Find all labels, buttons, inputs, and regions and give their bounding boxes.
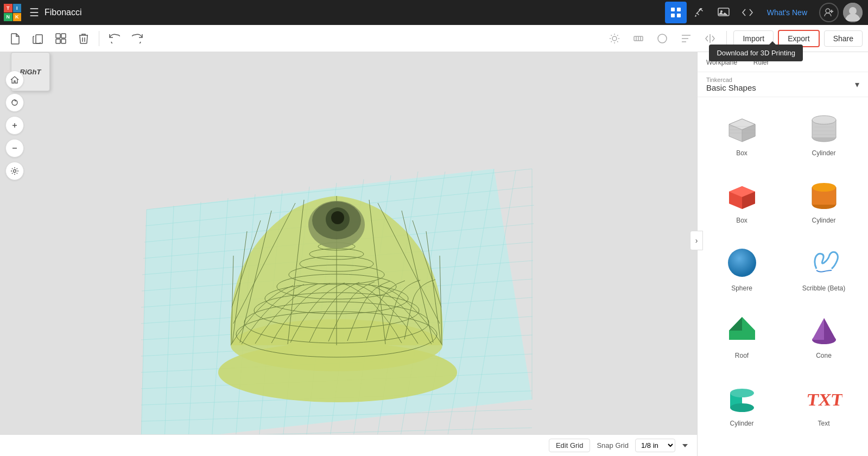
app-logo[interactable]: T I N K [0,0,25,25]
svg-rect-11 [36,35,42,43]
edit-grid-button[interactable]: Edit Grid [549,439,591,452]
shape-icon-partial-cylinder [723,378,762,417]
shape-icon-text: TXT [804,378,844,417]
add-user-button[interactable] [819,3,839,22]
svg-rect-1 [677,8,681,11]
align-button[interactable] [676,29,696,48]
code-button[interactable] [737,2,758,23]
shape-cylinder-gray[interactable]: Cylinder [786,104,861,164]
shape-label-cylinder-orange: Cylinder [812,217,835,224]
snap-button[interactable] [629,29,648,48]
shape-label-sphere-blue: Sphere [731,284,752,292]
tooltip-text: Download for 3D Printing [717,49,795,57]
shape-box-red[interactable]: Box [704,171,780,232]
zoom-in-button[interactable] [5,116,24,135]
project-title[interactable]: Fibonacci [45,8,81,17]
shape-icon-cone-purple [804,311,844,350]
shape-icon-sphere-blue [723,243,762,282]
svg-rect-2 [671,14,675,17]
home-view-button[interactable] [5,71,24,89]
svg-line-21 [611,35,612,36]
svg-line-24 [611,41,612,42]
svg-rect-15 [56,39,60,43]
logo-i: I [13,4,22,12]
bottom-toolbar: Edit Grid Snap Grid 1/16 in 1/8 in 1/4 i… [0,434,697,456]
svg-text:TXT: TXT [806,390,842,409]
shape-label-partial-cylinder: Cylinder [730,420,753,427]
svg-rect-140 [729,331,755,340]
svg-line-23 [617,35,618,36]
svg-point-16 [612,36,617,41]
light-button[interactable] [605,29,624,48]
shape-label-cylinder-gray: Cylinder [812,149,835,157]
new-file-button[interactable] [5,29,25,48]
3d-viewport[interactable] [0,52,697,456]
library-expand-icon[interactable]: ▾ [855,79,859,90]
svg-marker-143 [824,318,836,340]
svg-point-133 [812,183,836,192]
circle-button[interactable] [652,29,672,48]
svg-point-99 [331,211,344,224]
view-controls [5,71,24,180]
collapse-panel-button[interactable]: › [690,231,703,250]
top-navigation: T I N K ☰ Fibonacci What's New [0,0,868,25]
shape-scribble[interactable]: Scribble (Beta) [786,239,861,300]
right-panel: › Workplane [697,25,868,456]
settings-button[interactable] [5,162,24,180]
snap-grid-select[interactable]: 1/16 in 1/8 in 1/4 in 1/2 in 1 in [635,439,675,452]
shape-cone-purple[interactable]: Cone [786,306,861,367]
shape-label-box-gray: Box [736,149,747,157]
shape-roof-green[interactable]: Roof [704,306,780,367]
snap-grid-label: Snap Grid [597,441,629,449]
svg-point-121 [812,116,836,124]
download-tooltip: Download for 3D Printing [709,45,803,61]
import-button[interactable]: Import [733,30,774,47]
group-button[interactable] [51,29,71,48]
menu-icon[interactable]: ☰ [29,6,39,19]
svg-rect-0 [671,8,675,11]
orbit-button[interactable] [5,93,24,112]
shape-icon-box-gray [723,108,762,147]
svg-point-38 [14,170,16,173]
svg-rect-13 [61,39,66,43]
shape-text[interactable]: TXT Text [786,374,861,435]
shape-library-header: Tinkercad Basic Shapes ▾ [698,72,868,97]
shape-partial-cylinder[interactable]: Cylinder [704,374,780,435]
redo-button[interactable] [128,29,147,48]
undo-button[interactable] [105,29,124,48]
shape-cylinder-orange[interactable]: Cylinder [786,171,861,232]
shape-icon-box-red [723,175,762,214]
svg-point-10 [849,7,857,15]
shapes-grid: Box Cylinder [698,97,868,441]
shape-label-text: Text [818,420,829,427]
shape-sphere-blue[interactable]: Sphere [704,239,780,300]
dropdown-arrow-icon [682,442,688,449]
user-avatar[interactable] [843,3,863,22]
svg-point-29 [658,34,667,43]
shape-box-gray[interactable]: Box [704,104,780,164]
svg-point-145 [730,403,754,412]
share-button[interactable]: Share [824,30,863,47]
svg-point-6 [826,9,830,13]
gallery-button[interactable] [713,2,734,23]
zoom-out-button[interactable] [5,139,24,157]
delete-button[interactable] [74,29,93,48]
shape-label-cone-purple: Cone [816,352,832,359]
tools-button[interactable] [689,2,711,23]
svg-rect-12 [56,34,60,38]
copy-document-button[interactable] [28,29,48,48]
svg-point-136 [728,249,756,277]
svg-line-22 [617,41,618,42]
shape-icon-cylinder-gray [804,108,844,147]
whats-new-link[interactable]: What's New [761,8,814,17]
shape-label-scribble: Scribble (Beta) [802,284,845,292]
library-name: Basic Shapes [706,83,855,92]
logo-k: K [13,13,22,22]
apps-grid-button[interactable] [665,2,687,23]
shape-icon-cylinder-orange [804,175,844,214]
svg-rect-3 [677,14,681,17]
logo-n: N [4,13,12,22]
shape-icon-scribble [804,243,844,282]
shape-label-roof-green: Roof [735,352,749,359]
svg-rect-14 [61,34,66,38]
